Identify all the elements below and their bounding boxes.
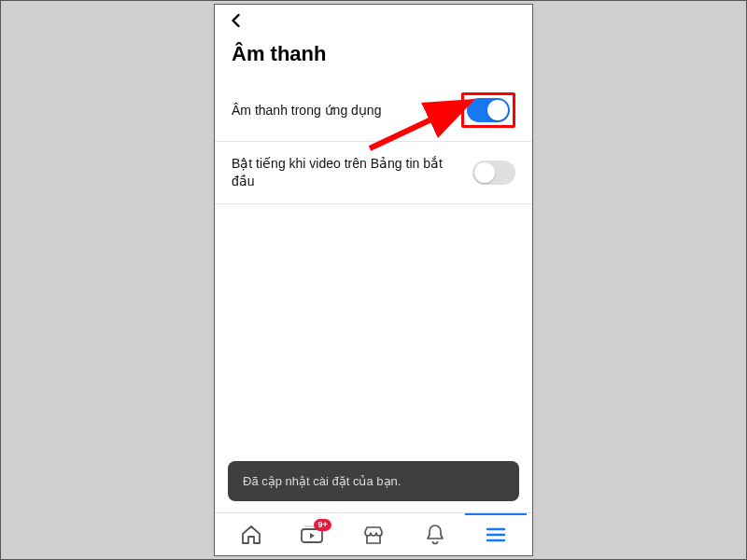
- title-block: Âm thanh: [215, 36, 532, 79]
- setting-label: Bật tiếng khi video trên Bảng tin bắt đầ…: [232, 155, 461, 190]
- toggle-knob: [474, 162, 495, 183]
- tab-marketplace[interactable]: [343, 513, 404, 555]
- chevron-left-icon: [230, 14, 243, 27]
- tab-home[interactable]: [220, 513, 282, 555]
- menu-icon: [486, 526, 506, 543]
- home-icon: [240, 524, 262, 546]
- highlight-box: [461, 92, 515, 128]
- toggle-knob: [487, 100, 508, 120]
- back-button[interactable]: [226, 10, 247, 31]
- setting-row-in-app-sound: Âm thanh trong ứng dụng: [215, 79, 532, 142]
- setting-label: Âm thanh trong ứng dụng: [232, 102, 450, 119]
- page-title: Âm thanh: [232, 42, 515, 66]
- marketplace-icon: [362, 524, 385, 546]
- tab-menu[interactable]: [465, 513, 527, 555]
- tab-notifications[interactable]: [404, 513, 466, 555]
- header-bar: [215, 5, 532, 36]
- toggle-feed-video-sound[interactable]: [472, 161, 515, 185]
- bell-icon: [425, 524, 445, 546]
- watch-badge: 9+: [314, 519, 331, 531]
- tab-watch[interactable]: 9+: [282, 513, 344, 555]
- toast-message: Đã cập nhật cài đặt của bạn.: [243, 474, 401, 488]
- toggle-in-app-sound[interactable]: [467, 98, 510, 122]
- tab-bar: 9+: [215, 512, 532, 555]
- setting-row-feed-video-sound: Bật tiếng khi video trên Bảng tin bắt đầ…: [215, 142, 532, 204]
- toast: Đã cập nhật cài đặt của bạn.: [228, 461, 519, 501]
- phone-screen: Âm thanh Âm thanh trong ứng dụng Bật tiế…: [214, 4, 533, 556]
